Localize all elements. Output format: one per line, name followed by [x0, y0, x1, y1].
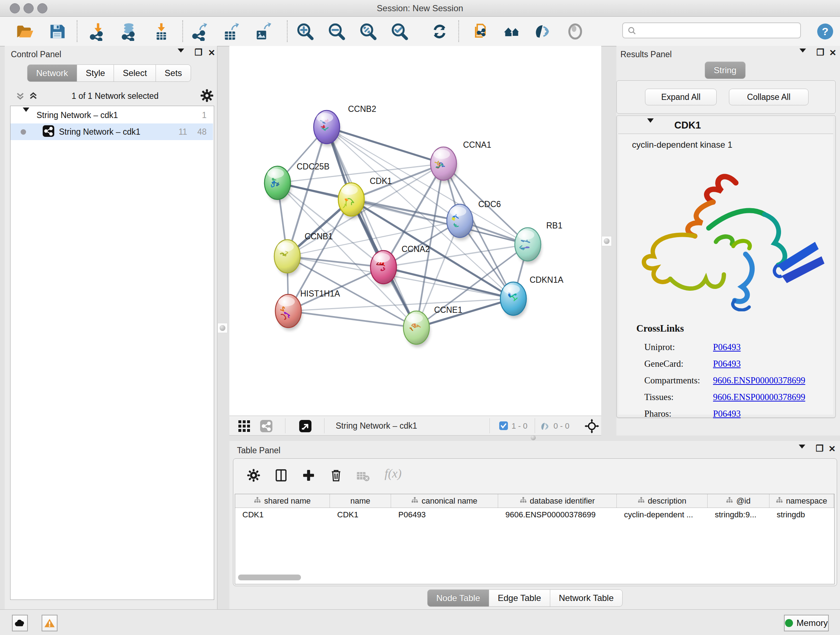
left-splitter-handle[interactable] [218, 323, 227, 333]
search-input[interactable] [622, 22, 801, 38]
graph-edge[interactable] [327, 127, 416, 328]
column-header-description[interactable]: description [617, 494, 707, 508]
table-cell[interactable]: CDK1 [330, 508, 391, 521]
memory-button[interactable]: Memory [784, 615, 829, 631]
right-splitter-handle[interactable] [602, 236, 612, 246]
panel-menu-icon[interactable] [799, 448, 805, 455]
export-network-icon[interactable] [191, 22, 210, 41]
fit-selected-crosshair-icon[interactable] [584, 419, 599, 435]
column-header-@id[interactable]: @id [707, 494, 769, 508]
zoom-selected-icon[interactable] [390, 22, 409, 41]
network-canvas[interactable]: CCNB2CCNA1CDC25BCDK1CDC6RB1CCNB1CCNA2CDK… [229, 46, 601, 416]
graph-edge[interactable] [327, 127, 444, 164]
panel-menu-icon[interactable] [799, 52, 806, 59]
import-table-icon[interactable] [152, 22, 171, 41]
save-session-icon[interactable] [48, 22, 66, 41]
tab-node-table[interactable]: Node Table [427, 589, 489, 607]
tab-sets[interactable]: Sets [156, 65, 191, 82]
warnings-button[interactable] [42, 615, 57, 631]
table-settings-gear-icon[interactable] [246, 468, 261, 483]
graph-node-CCNA1[interactable]: CCNA1 [431, 140, 491, 183]
network-view-share-icon[interactable] [260, 420, 273, 434]
panel-menu-icon[interactable] [178, 52, 184, 59]
clone-network-icon[interactable] [472, 22, 491, 41]
table-cell[interactable]: P06493 [391, 508, 498, 521]
tab-network[interactable]: Network [27, 65, 77, 82]
table-cell[interactable]: stringdb [769, 508, 834, 521]
horizontal-splitter-handle[interactable] [529, 435, 538, 440]
graph-node-CCNA2[interactable]: CCNA2 [370, 244, 430, 287]
graph-node-CCNE1[interactable]: CCNE1 [403, 305, 462, 347]
close-panel-icon[interactable]: ✕ [829, 444, 836, 454]
navigator-icon[interactable] [299, 420, 312, 434]
tab-style[interactable]: Style [77, 65, 114, 82]
graph-node-RB1[interactable]: RB1 [515, 221, 562, 264]
tab-edge-table[interactable]: Edge Table [489, 589, 550, 607]
close-panel-icon[interactable]: ✕ [208, 48, 215, 58]
import-network-icon[interactable] [88, 22, 107, 41]
table-cell[interactable]: 9606.ENSP00000378699 [498, 508, 617, 521]
float-panel-icon[interactable]: ❐ [816, 48, 824, 57]
zoom-fit-icon[interactable] [358, 22, 377, 41]
network-row[interactable]: String Network – cdk1 11 48 [11, 124, 213, 140]
tab-network-table[interactable]: Network Table [550, 589, 623, 607]
import-network-from-database-icon[interactable] [119, 22, 138, 41]
network-graph[interactable]: CCNB2CCNA1CDC25BCDK1CDC6RB1CCNB1CCNA2CDK… [229, 46, 601, 416]
graph-node-CCNB1[interactable]: CCNB1 [274, 232, 333, 276]
column-header-shared-name[interactable]: shared name [235, 494, 330, 508]
column-header-database-identifier[interactable]: database identifier [498, 494, 617, 508]
export-image-icon[interactable] [254, 22, 272, 41]
expand-all-button[interactable]: Expand All [645, 89, 717, 105]
table-row[interactable]: CDK1CDK1P064939606.ENSP00000378699cyclin… [235, 508, 834, 521]
graph-node-CDKN1A[interactable]: CDKN1A [500, 275, 564, 318]
graph-node-CDC25B[interactable]: CDC25B [264, 162, 330, 203]
tab-string[interactable]: String [705, 62, 745, 79]
help-icon[interactable]: ? [817, 23, 834, 41]
collapse-all-icon[interactable] [15, 90, 26, 103]
selected-checkbox-icon[interactable] [499, 421, 508, 432]
delete-column-icon[interactable] [329, 468, 343, 483]
column-header-canonical-name[interactable]: canonical name [391, 494, 498, 508]
float-panel-icon[interactable]: ❐ [816, 443, 824, 454]
hidden-eye-icon[interactable] [539, 421, 551, 433]
column-header-namespace[interactable]: namespace [769, 494, 834, 508]
show-hidden-icon[interactable] [566, 22, 584, 41]
cloud-button[interactable] [12, 615, 28, 631]
tab-select[interactable]: Select [114, 65, 156, 82]
network-options-gear-icon[interactable] [200, 89, 214, 104]
table-cell[interactable]: stringdb:9... [707, 508, 769, 521]
refresh-icon[interactable] [430, 22, 449, 41]
collapse-all-button[interactable]: Collapse All [729, 89, 808, 105]
section-collapse-icon[interactable] [647, 123, 654, 129]
grid-view-icon[interactable] [238, 420, 250, 434]
crosslink-value-link[interactable]: 9606.ENSP00000378699 [713, 375, 805, 386]
zoom-in-icon[interactable] [295, 22, 314, 41]
close-panel-icon[interactable]: ✕ [829, 48, 836, 58]
show-column-icon[interactable] [274, 468, 288, 483]
network-status-dot [21, 129, 26, 135]
zoom-out-icon[interactable] [327, 22, 346, 41]
node-column-icon [254, 496, 261, 506]
expand-all-icon[interactable] [28, 90, 39, 103]
graph-edge[interactable] [384, 267, 513, 299]
crosslink-value-link[interactable]: P06493 [713, 359, 741, 369]
protein-section-header[interactable]: CDK1 [618, 117, 833, 134]
open-session-icon[interactable] [15, 22, 34, 41]
collection-expand-icon[interactable] [23, 112, 29, 119]
crosslink-value-link[interactable]: P06493 [713, 409, 741, 419]
table-cell[interactable]: cyclin-dependent ... [617, 508, 707, 521]
network-collection-row[interactable]: String Network – cdk1 1 [11, 107, 213, 124]
hide-panels-icon[interactable] [533, 22, 552, 41]
table-cell[interactable]: CDK1 [235, 508, 330, 521]
graph-node-label: RB1 [546, 221, 562, 230]
add-column-icon[interactable] [302, 468, 316, 483]
graph-edge[interactable] [288, 311, 416, 328]
horizontal-scrollbar[interactable] [238, 575, 301, 580]
export-table-icon[interactable] [222, 22, 240, 41]
home-icon[interactable] [502, 22, 521, 41]
crosslink-value-link[interactable]: P06493 [713, 342, 741, 352]
graph-node-CDC6[interactable]: CDC6 [447, 200, 501, 241]
column-header-name[interactable]: name [330, 494, 391, 508]
crosslink-value-link[interactable]: 9606.ENSP00000378699 [713, 392, 805, 402]
float-panel-icon[interactable]: ❐ [195, 48, 202, 57]
